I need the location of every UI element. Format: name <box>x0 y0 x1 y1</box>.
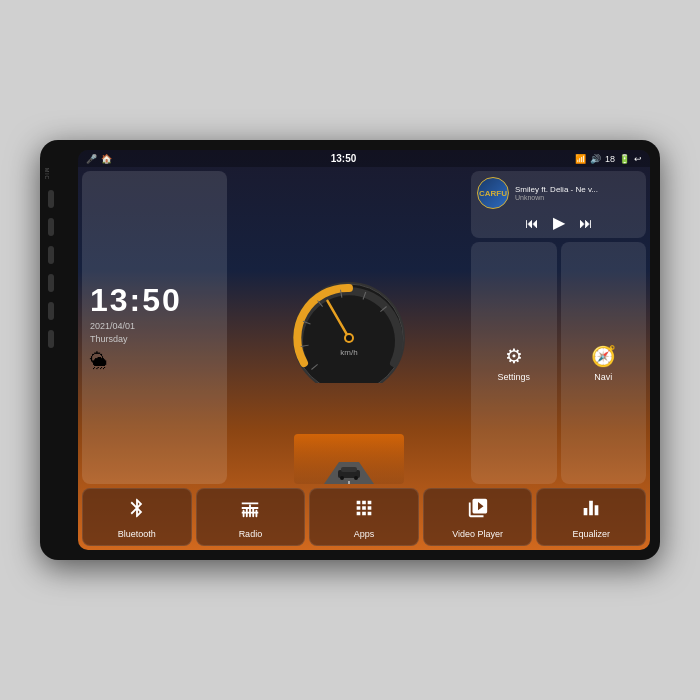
clock-date: 2021/04/01 Thursday <box>90 320 219 347</box>
car-unit: MIC 🎤 🏠 13:50 📶 🔊 18 🔋 ↩ <box>40 140 660 560</box>
weather-area: 🌦 <box>90 351 219 372</box>
radio-label: Radio <box>239 529 263 539</box>
prev-button[interactable]: ⏮ <box>525 215 539 231</box>
svg-point-19 <box>354 476 358 480</box>
bluetooth-label: Bluetooth <box>118 529 156 539</box>
left-panel: 13:50 2021/04/01 Thursday 🌦 <box>82 171 227 484</box>
svg-rect-24 <box>256 510 258 517</box>
status-left: 🎤 🏠 <box>86 154 112 164</box>
equalizer-icon <box>580 497 602 525</box>
music-top: CARFU Smiley ft. Delia - Ne v... Unknown <box>477 177 640 209</box>
apps-icon <box>353 497 375 525</box>
equalizer-label: Equalizer <box>572 529 610 539</box>
radio-button[interactable]: Radio <box>196 488 306 546</box>
video-player-button[interactable]: Video Player <box>423 488 533 546</box>
equalizer-button[interactable]: Equalizer <box>536 488 646 546</box>
music-artist: Unknown <box>515 194 640 201</box>
music-controls: ⏮ ▶ ⏭ <box>477 213 640 232</box>
settings-icon: ⚙ <box>505 344 523 368</box>
svg-rect-23 <box>253 507 255 517</box>
back-icon[interactable]: ↩ <box>634 154 642 164</box>
status-bar: 🎤 🏠 13:50 📶 🔊 18 🔋 ↩ <box>78 150 650 167</box>
home-side-button[interactable] <box>48 246 54 264</box>
video-player-label: Video Player <box>452 529 503 539</box>
wifi-icon: 📶 <box>575 154 586 164</box>
settings-button[interactable]: ⚙ Settings <box>471 242 557 484</box>
navigation-icon: 🧭 <box>591 344 616 368</box>
status-right: 📶 🔊 18 🔋 ↩ <box>575 154 642 164</box>
svg-point-11 <box>346 335 352 341</box>
bluetooth-button[interactable]: Bluetooth <box>82 488 192 546</box>
battery-icon: 🔋 <box>619 154 630 164</box>
music-widget: CARFU Smiley ft. Delia - Ne v... Unknown… <box>471 171 646 238</box>
power-button[interactable] <box>48 218 54 236</box>
clock-widget: 13:50 2021/04/01 Thursday 🌦 <box>82 171 227 484</box>
side-buttons <box>48 190 54 348</box>
volume-icon: 🔊 <box>590 154 601 164</box>
apps-row: Bluetooth Radio <box>78 488 650 550</box>
music-logo: CARFU <box>477 177 509 209</box>
navi-label: Navi <box>594 372 612 382</box>
play-button[interactable]: ▶ <box>553 213 565 232</box>
weather-icon: 🌦 <box>90 351 108 372</box>
road-scene <box>294 434 404 484</box>
vol-down-button[interactable] <box>48 330 54 348</box>
bluetooth-icon <box>126 497 148 525</box>
music-title: Smiley ft. Delia - Ne v... <box>515 185 640 194</box>
svg-rect-22 <box>249 504 251 517</box>
status-time: 13:50 <box>331 153 357 164</box>
svg-rect-20 <box>243 510 245 517</box>
music-info: Smiley ft. Delia - Ne v... Unknown <box>515 185 640 201</box>
middle-panel: km/h <box>231 171 467 484</box>
speedometer-svg: km/h <box>284 273 414 383</box>
volume-level: 18 <box>605 154 615 164</box>
radio-icon <box>239 497 261 525</box>
apps-button[interactable]: Apps <box>309 488 419 546</box>
main-content: 13:50 2021/04/01 Thursday 🌦 <box>78 167 650 488</box>
screen: 🎤 🏠 13:50 📶 🔊 18 🔋 ↩ 13:50 2021/04/01 <box>78 150 650 550</box>
settings-navi-row: ⚙ Settings 🧭 Navi <box>471 242 646 484</box>
speedometer: km/h <box>284 273 414 383</box>
svg-point-18 <box>340 476 344 480</box>
vol-up-button[interactable] <box>48 302 54 320</box>
next-button[interactable]: ⏭ <box>579 215 593 231</box>
mic-status-icon: 🎤 <box>86 154 97 164</box>
right-panel: CARFU Smiley ft. Delia - Ne v... Unknown… <box>471 171 646 484</box>
home-status-icon: 🏠 <box>101 154 112 164</box>
video-icon <box>467 497 489 525</box>
settings-label: Settings <box>497 372 530 382</box>
svg-text:km/h: km/h <box>340 348 357 357</box>
clock-time: 13:50 <box>90 284 219 316</box>
svg-rect-17 <box>341 467 357 472</box>
rst-button[interactable] <box>48 190 54 208</box>
navi-button[interactable]: 🧭 Navi <box>561 242 647 484</box>
svg-rect-21 <box>246 507 248 517</box>
back-side-button[interactable] <box>48 274 54 292</box>
mic-label: MIC <box>44 168 50 180</box>
apps-label: Apps <box>354 529 375 539</box>
